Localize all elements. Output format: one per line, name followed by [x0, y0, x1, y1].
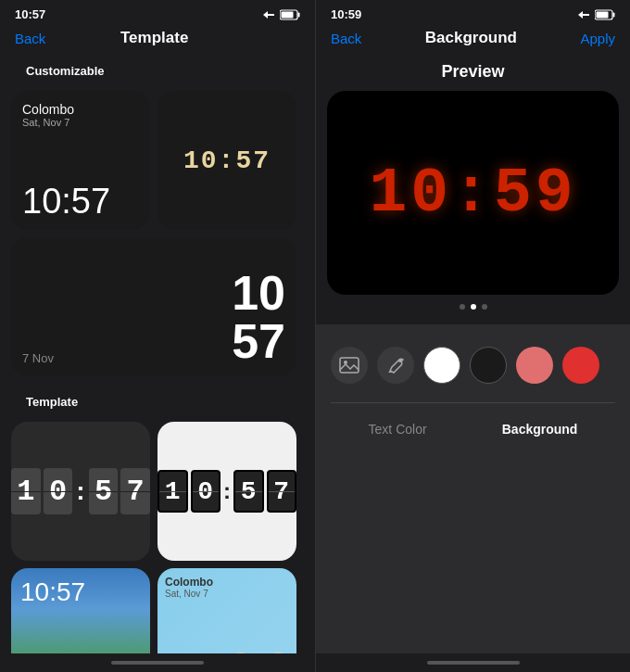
right-home-indicator — [316, 653, 630, 672]
colombo-date: Sat, Nov 7 — [22, 117, 139, 128]
cartoon-date: Sat, Nov 7 — [165, 589, 289, 599]
right-battery-icon — [595, 9, 615, 20]
right-airplane-icon — [576, 9, 591, 20]
right-status-bar: 10:59 — [316, 0, 630, 25]
svg-point-5 — [267, 653, 289, 653]
bold-day: 7 Nov — [22, 351, 54, 365]
flip-wdigit-1: 1 — [158, 470, 188, 513]
widget-flip-dark-card[interactable]: 1 0 : 5 7 — [11, 422, 150, 561]
image-picker-button[interactable] — [331, 347, 368, 384]
image-icon — [339, 355, 359, 375]
left-nav-title: Template — [120, 29, 188, 47]
clock-preview: 10:59 — [369, 158, 576, 229]
widget-photo-card[interactable]: 10:57 Sat, Nov 7 — [11, 568, 150, 653]
colombo-time: 10:57 — [22, 184, 139, 219]
preview-area: 10:59 — [327, 91, 619, 295]
widget-row-2: 7 Nov 10 57 — [11, 237, 304, 376]
widget-grid: Customizable Colombo Sat, Nov 7 10:57 10… — [0, 57, 315, 653]
left-nav-bar: Back Template — [0, 25, 315, 57]
widget-cartoon-card[interactable]: Colombo Sat, Nov 7 — [158, 568, 296, 653]
widget-digital-card[interactable]: 10:57 — [158, 91, 296, 230]
digital-time: 10:57 — [183, 146, 271, 175]
pen-icon — [385, 355, 406, 375]
dot-1[interactable] — [460, 304, 465, 310]
flip-wcolon: : — [223, 478, 231, 504]
widget-colombo-card[interactable]: Colombo Sat, Nov 7 10:57 — [11, 91, 150, 230]
right-panel: 10:59 Back Background Apply Preview 10:5… — [315, 0, 630, 672]
svg-point-20 — [398, 359, 402, 362]
right-back-button[interactable]: Back — [331, 31, 361, 46]
flip-digit-4: 7 — [120, 468, 150, 514]
tab-background[interactable]: Background — [491, 418, 589, 440]
widget-bold-card[interactable]: 7 Nov 10 57 — [11, 237, 296, 376]
preview-title: Preview — [316, 57, 630, 91]
airplane-icon — [261, 9, 276, 20]
left-status-time: 10:57 — [15, 7, 45, 21]
flip-digit-1: 1 — [11, 468, 41, 514]
color-salmon[interactable] — [516, 347, 553, 384]
right-status-icons — [576, 9, 615, 20]
flip-digit-3: 5 — [89, 468, 119, 514]
widget-flip-white-card[interactable]: 1 0 : 5 7 — [158, 422, 296, 561]
cartoon-city: Colombo — [165, 576, 289, 589]
widget-row-1: Colombo Sat, Nov 7 10:57 10:57 — [11, 91, 304, 230]
customizable-section-label: Customizable — [11, 57, 304, 83]
dot-3[interactable] — [482, 304, 487, 310]
flip-wdigit-4: 7 — [267, 470, 297, 513]
right-status-time: 10:59 — [331, 7, 361, 21]
flip-digit-2: 0 — [44, 468, 73, 514]
battery-icon — [280, 9, 300, 20]
color-swatches — [331, 339, 615, 391]
page-dots — [316, 295, 630, 319]
left-back-button[interactable]: Back — [15, 31, 45, 46]
flip-wdigit-3: 5 — [233, 470, 264, 513]
svg-point-4 — [230, 653, 252, 653]
color-section: Text Color Background — [316, 324, 630, 653]
left-home-indicator — [0, 653, 315, 672]
tab-text-color[interactable]: Text Color — [358, 418, 438, 440]
color-red[interactable] — [562, 347, 599, 384]
widget-row-3: 1 0 : 5 7 1 0 : 5 7 — [11, 422, 304, 561]
color-white[interactable] — [423, 347, 460, 384]
bold-hour: 10 — [232, 269, 285, 317]
svg-rect-2 — [282, 11, 294, 18]
color-picker-button[interactable] — [377, 347, 414, 384]
photo-time: 10:57 — [20, 577, 85, 607]
widget-row-4: 10:57 Sat, Nov 7 Colombo Sat, Nov 7 — [11, 568, 304, 653]
left-panel: 10:57 Back Template Customizable — [0, 0, 315, 672]
flip-colon-1: : — [76, 476, 84, 506]
left-status-bar: 10:57 — [0, 0, 315, 25]
svg-rect-1 — [298, 12, 300, 17]
apply-button[interactable]: Apply — [580, 31, 615, 46]
svg-rect-18 — [340, 358, 359, 373]
bear-icon — [227, 647, 292, 653]
flip-wdigit-2: 0 — [191, 470, 221, 513]
right-nav-bar: Back Background Apply — [316, 25, 630, 57]
left-status-icons — [261, 9, 300, 20]
dot-2[interactable] — [471, 304, 476, 310]
svg-rect-17 — [597, 11, 609, 18]
svg-rect-16 — [613, 12, 615, 17]
right-nav-title: Background — [425, 29, 517, 47]
color-tabs: Text Color Background — [331, 402, 615, 448]
bold-min: 57 — [232, 317, 285, 365]
color-dark[interactable] — [470, 347, 507, 384]
colombo-city: Colombo — [22, 102, 139, 117]
template-section-label: Template — [11, 387, 304, 414]
